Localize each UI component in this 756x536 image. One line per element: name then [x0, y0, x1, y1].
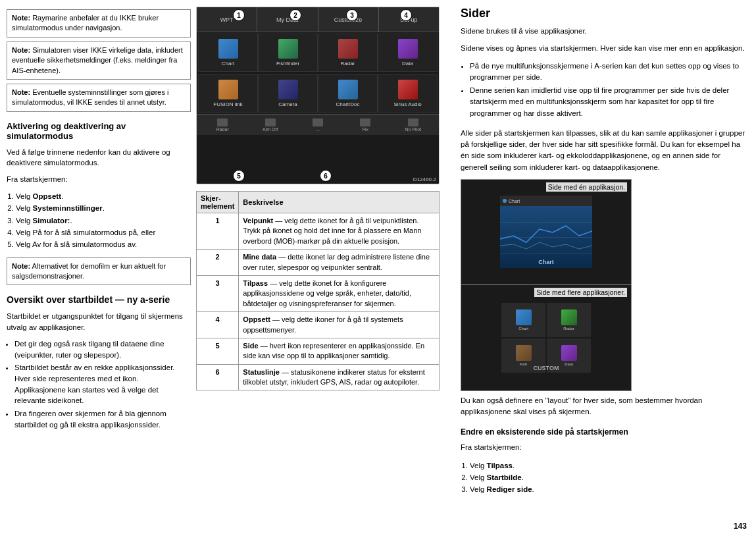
note-1-label: Note:: [12, 14, 30, 22]
callout-3: 3: [346, 9, 358, 21]
right-mid-para: Alle sider på startskjermen kan tilpasse…: [461, 128, 749, 173]
right-column: Sider Sidene brukes til å vise applikasj…: [458, 7, 749, 529]
data-icon: [398, 39, 418, 59]
side-images-container: Side med én applikasjon. Chart: [461, 179, 632, 391]
right-bullet-1: På de nye multifunksjonsskjermene i A-se…: [470, 61, 749, 84]
edit-from: Fra startskjermen:: [461, 442, 749, 453]
mini-screen-chart-top: Chart: [500, 196, 592, 206]
table-cell-desc-2: Mine data — dette ikonet lar deg adminis…: [239, 250, 440, 276]
oversikt-bullets: Det gir deg også rask tilgang til dataen…: [14, 338, 191, 432]
status-dots: ...: [295, 119, 341, 132]
chart-icon: [218, 39, 238, 59]
middle-column: WPT My Data Customize Set-up: [196, 7, 453, 529]
app-cell-fishfinder[interactable]: Fishfinder: [258, 34, 318, 72]
mini-fish-icon: [516, 345, 532, 361]
page-number: 143: [734, 522, 747, 531]
table-cell-num-6: 6: [197, 364, 239, 390]
status-fix: Fix: [342, 119, 388, 132]
status-radar: Radar: [199, 119, 245, 132]
status-almoff: Alm Off: [247, 119, 293, 132]
status-dots-icon: [313, 119, 323, 126]
note-3: Note: Eventuelle systeminnstillinger som…: [7, 84, 191, 112]
table-row-1: 1 Veipunkt — velg dette ikonet for å gå …: [197, 213, 440, 250]
app-cell-fusion[interactable]: FUSION link: [198, 74, 258, 113]
table-cell-num-4: 4: [197, 312, 239, 338]
note-2: Note: Simulatoren viser IKKE virkelige d…: [7, 41, 191, 80]
right-intro-2: Sidene vises og åpnes via startskjermen.…: [461, 43, 749, 54]
fishfinder-icon: [278, 39, 298, 59]
status-almoff-icon: [265, 119, 276, 126]
chart-label-overlay: Chart: [538, 259, 554, 265]
device-tab-mydata[interactable]: My Data: [257, 7, 318, 32]
custom-label-overlay: CUSTOM: [534, 365, 559, 371]
step-5: Velg Av for å slå simulatormodus av.: [16, 238, 191, 250]
app-cell-radar[interactable]: Radar: [318, 34, 378, 72]
note-2-text: Simulatoren viser IKKE virkelige data, i…: [12, 46, 183, 74]
activation-steps-list: Velg Oppsett. Velg Systeminnstillinger. …: [16, 190, 191, 251]
status-nopilot: No Pilot: [390, 119, 436, 132]
table-cell-desc-4: Oppsett — velg dette ikoner for å gå til…: [239, 312, 440, 338]
callout-1: 1: [233, 9, 245, 21]
app-cell-chartdoc[interactable]: Chart/Doc: [318, 74, 378, 113]
note-3-text: Eventuelle systeminnstillinger som gjøre…: [12, 88, 168, 106]
mini-app-radar: Radar: [547, 303, 591, 337]
step-2: Velg Systeminnstillinger.: [16, 202, 191, 214]
chartdoc-icon: [338, 80, 358, 99]
note-3-label: Note:: [12, 88, 30, 96]
table-cell-num-3: 3: [197, 275, 239, 311]
table-row-3: 3 Tilpass — velg dette ikonet for å konf…: [197, 275, 440, 311]
device-bottom-bar: Radar Alm Off ... Fix: [197, 114, 439, 135]
side-image-custom-label: Side med flere applikasjoner.: [534, 288, 627, 297]
activation-intro: Ved å følge trinnene nedenfor kan du akt…: [7, 147, 191, 169]
table-row-6: 6 Statuslinje — statusikonene indikerer …: [197, 364, 440, 390]
app-cell-camera[interactable]: Camera: [258, 74, 318, 113]
table-cell-desc-6: Statuslinje — statusikonene indikerer st…: [239, 364, 440, 390]
table-cell-desc-5: Side — hvert ikon representerer en appli…: [239, 338, 440, 364]
callout-6: 6: [320, 170, 332, 182]
fusion-icon: [218, 80, 238, 99]
side-image-chart: Side med én applikasjon. Chart: [461, 180, 631, 285]
side-image-custom: Side med flere applikasjoner. Chart Rada…: [461, 285, 631, 390]
status-fix-icon: [360, 119, 370, 126]
table-cell-num-2: 2: [197, 250, 239, 276]
diagram-id: D12460-2: [413, 176, 436, 182]
camera-icon: [278, 80, 298, 99]
activation-from: Fra startskjermen:: [7, 174, 191, 185]
mini-screen-dot: [503, 199, 507, 203]
app-cell-chart[interactable]: Chart: [198, 34, 258, 72]
app-cell-sirius[interactable]: Sirius Audio: [378, 74, 438, 113]
callout-5: 5: [233, 170, 245, 182]
right-intro-1: Sidene brukes til å vise applikasjoner.: [461, 26, 749, 37]
table-cell-num-1: 1: [197, 213, 239, 250]
callout-2: 2: [290, 9, 301, 21]
app-cell-data[interactable]: Data: [378, 34, 438, 72]
device-tab-wpt[interactable]: WPT: [197, 7, 257, 32]
edit-step-2: Velg Startbilde.: [470, 471, 749, 483]
note-demofilm: Note: Alternativet for demofilm er kun a…: [7, 257, 191, 286]
note-demofilm-text: Alternativet for demofilm er kun aktuelt…: [12, 262, 166, 280]
device-app-grid-row1: Chart Fishfinder Radar Data: [197, 32, 439, 73]
oversikt-heading: Oversikt over startbildet — ny a-serie: [7, 294, 191, 305]
left-column: Note: Raymarine anbefaler at du IKKE bru…: [7, 7, 191, 529]
table-cell-desc-3: Tilpass — velg dette ikonet for å konfig…: [239, 275, 440, 311]
note-1-text: Raymarine anbefaler at du IKKE bruker si…: [12, 14, 159, 32]
right-title: Sider: [461, 7, 749, 20]
note-2-label: Note:: [12, 46, 30, 54]
status-nopilot-icon: [408, 119, 418, 126]
mini-screen-custom-wrapper: Chart Radar Fish: [500, 302, 592, 374]
note-demofilm-label: Note:: [12, 262, 30, 270]
sirius-icon: [398, 80, 418, 99]
table-row-5: 5 Side — hvert ikon representerer en app…: [197, 338, 440, 364]
activation-heading: Aktivering og deaktivering av simulatorm…: [7, 121, 191, 141]
step-3: Velg Simulator:.: [16, 215, 191, 227]
table-cell-num-5: 5: [197, 338, 239, 364]
mini-radar-icon: [561, 309, 577, 325]
right-bullet-2: Denne serien kan imidlertid vise opp til…: [470, 85, 749, 119]
oversikt-bullet-3: Dra fingeren over skjermen for å bla gje…: [14, 408, 191, 430]
radar-icon: [338, 39, 358, 59]
table-header-element: Skjer-melement: [197, 192, 239, 213]
edit-step-1: Velg Tilpass.: [470, 460, 749, 471]
table-row-4: 4 Oppsett — velg dette ikoner for å gå t…: [197, 312, 440, 338]
step-1: Velg Oppsett.: [16, 190, 191, 202]
mini-app-chart: Chart: [501, 303, 545, 337]
